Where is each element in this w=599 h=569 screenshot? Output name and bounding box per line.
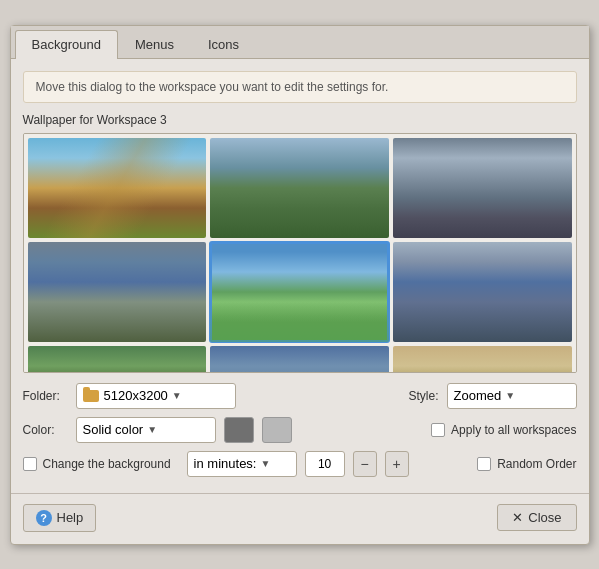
light-color-button[interactable] [262,417,292,443]
info-bar: Move this dialog to the workspace you wa… [23,71,577,103]
bottom-bar: ? Help ✕ Close [11,493,589,544]
minutes-select[interactable]: in minutes: ▼ [187,451,297,477]
random-order-row: Random Order [477,457,576,471]
image-cell[interactable] [28,346,207,373]
apply-all-label: Apply to all workspaces [451,423,576,437]
folder-arrow-icon: ▼ [172,390,182,401]
dialog: Background Menus Icons Move this dialog … [10,25,590,545]
image-cell[interactable] [210,138,389,238]
folder-icon [83,390,99,402]
change-bg-row: Change the background in minutes: ▼ − + … [23,451,577,477]
image-grid [24,134,576,373]
folder-style-row: Folder: 5120x3200 ▼ Style: Zoomed ▼ [23,383,577,409]
close-button[interactable]: ✕ Close [497,504,576,531]
style-arrow-icon: ▼ [505,390,515,401]
image-cell[interactable] [28,242,207,342]
change-bg-label: Change the background [43,457,171,471]
folder-select[interactable]: 5120x3200 ▼ [76,383,236,409]
image-cell[interactable] [393,346,572,373]
image-cell[interactable] [393,242,572,342]
image-grid-container[interactable] [23,133,577,373]
color-value: Solid color [83,422,144,437]
color-row: Color: Solid color ▼ Apply to all worksp… [23,417,577,443]
dark-color-button[interactable] [224,417,254,443]
minutes-arrow-icon: ▼ [260,458,270,469]
tab-icons[interactable]: Icons [191,30,256,58]
wallpaper-label: Wallpaper for Workspace 3 [23,113,577,127]
image-cell[interactable] [210,346,389,373]
apply-all-row: Apply to all workspaces [431,423,576,437]
color-arrow-icon: ▼ [147,424,157,435]
style-label: Style: [408,389,438,403]
folder-value: 5120x3200 [104,388,168,403]
apply-all-checkbox[interactable] [431,423,445,437]
minus-button[interactable]: − [353,451,377,477]
close-icon: ✕ [512,510,523,525]
info-text: Move this dialog to the workspace you wa… [36,80,389,94]
help-button[interactable]: ? Help [23,504,97,532]
plus-button[interactable]: + [385,451,409,477]
help-icon: ? [36,510,52,526]
color-label: Color: [23,423,68,437]
image-cell-selected[interactable] [210,242,389,342]
minutes-input[interactable] [305,451,345,477]
minutes-value: in minutes: [194,456,257,471]
help-label: Help [57,510,84,525]
image-cell[interactable] [393,138,572,238]
folder-label: Folder: [23,389,68,403]
random-order-checkbox[interactable] [477,457,491,471]
change-bg-checkbox-row: Change the background [23,457,171,471]
tab-menus[interactable]: Menus [118,30,191,58]
content-area: Move this dialog to the workspace you wa… [11,59,589,489]
style-select[interactable]: Zoomed ▼ [447,383,577,409]
controls: Folder: 5120x3200 ▼ Style: Zoomed ▼ Colo… [23,383,577,477]
random-order-label: Random Order [497,457,576,471]
color-select[interactable]: Solid color ▼ [76,417,216,443]
tab-background[interactable]: Background [15,30,118,59]
change-bg-checkbox[interactable] [23,457,37,471]
tab-bar: Background Menus Icons [11,26,589,59]
close-label: Close [528,510,561,525]
style-value: Zoomed [454,388,502,403]
image-cell[interactable] [28,138,207,238]
